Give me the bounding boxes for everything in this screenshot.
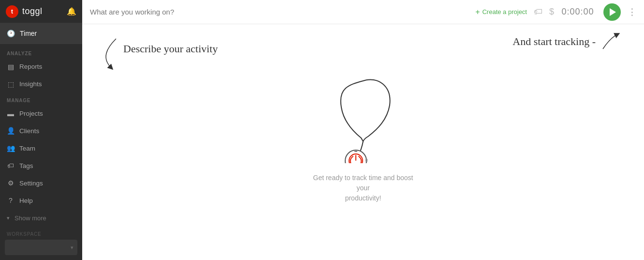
manage-section-label: MANAGE [0,93,82,105]
workspace-label: WORKSPACE [5,231,77,237]
sidebar-logo: t toggl 🔔 [0,0,82,23]
describe-annotation-group: Describe your activity [97,34,222,79]
sidebar-item-tags[interactable]: 🏷 Tags [0,157,82,174]
tags-label: Tags [19,162,33,169]
main-content: + Create a project 🏷 $ 0:00:00 ⋮ Des [82,0,644,260]
chevron-down-icon: ▾ [7,215,10,221]
billable-icon[interactable]: $ [549,7,554,17]
sidebar-item-insights[interactable]: ⬚ Insights [0,76,82,93]
track-annotation-text: And start tracking - [512,32,620,51]
help-icon: ? [7,197,15,204]
tag-icon[interactable]: 🏷 [534,7,542,17]
clock-icon: 🕐 [7,30,15,37]
clients-icon: 👤 [7,127,15,135]
logo-icon: t [6,5,18,18]
tags-icon: 🏷 [7,162,15,169]
start-button[interactable] [603,3,621,21]
illustration: Get ready to track time and boost your p… [310,66,416,203]
workspace-dropdown[interactable]: ▾ [5,240,77,255]
time-display: 0:00:00 [561,7,595,17]
insights-icon: ⬚ [7,80,15,88]
tagline: Get ready to track time and boost your p… [310,173,416,203]
clients-label: Clients [19,127,39,135]
sidebar-item-reports[interactable]: ▤ Reports [0,58,82,76]
illustration-svg [315,66,411,163]
svg-rect-4 [366,159,367,162]
workspace-section: WORKSPACE ▾ [0,227,82,260]
help-label: Help [19,197,33,204]
team-icon: 👥 [7,144,15,152]
topbar-actions: + Create a project 🏷 $ 0:00:00 ⋮ [475,3,636,21]
sidebar-item-team[interactable]: 👥 Team [0,139,82,157]
sidebar-item-clients[interactable]: 👤 Clients [0,122,82,140]
sidebar-item-projects[interactable]: ▬ Projects [0,105,82,122]
projects-icon: ▬ [7,110,15,118]
analyze-section-label: ANALYZE [0,46,82,58]
reports-icon: ▤ [7,63,15,71]
timer-label: Timer [20,30,37,37]
track-annotation-group: And start tracking - [512,32,620,51]
track-arrow-svg [600,32,620,51]
insights-label: Insights [19,80,42,88]
bell-icon[interactable]: 🔔 [67,7,76,16]
team-label: Team [19,145,35,152]
projects-label: Projects [19,110,43,117]
settings-label: Settings [19,180,43,187]
description-input[interactable] [90,8,469,16]
topbar: + Create a project 🏷 $ 0:00:00 ⋮ [82,0,644,24]
sidebar-item-help[interactable]: ? Help [0,192,82,209]
create-project-label: Create a project [482,8,527,15]
svg-rect-3 [354,150,357,152]
settings-icon: ⚙ [7,179,15,187]
content-area: Describe your activity And start trackin… [82,24,644,260]
describe-arrow-svg [97,34,222,77]
timer-nav-item[interactable]: 🕐 Timer [0,23,82,44]
describe-annotation-text: Describe your activity [123,43,218,55]
sidebar-item-settings[interactable]: ⚙ Settings [0,174,82,192]
logo-text: toggl [22,6,43,16]
create-project-button[interactable]: + Create a project [475,8,527,16]
show-more-label: Show more [15,214,46,222]
more-options-icon[interactable]: ⋮ [628,7,636,17]
show-more-item[interactable]: ▾ Show more [0,209,82,227]
reports-label: Reports [19,63,42,70]
plus-icon: + [475,8,480,16]
sidebar: t toggl 🔔 🕐 Timer ANALYZE ▤ Reports ⬚ In… [0,0,82,260]
workspace-chevron-icon: ▾ [71,245,73,251]
